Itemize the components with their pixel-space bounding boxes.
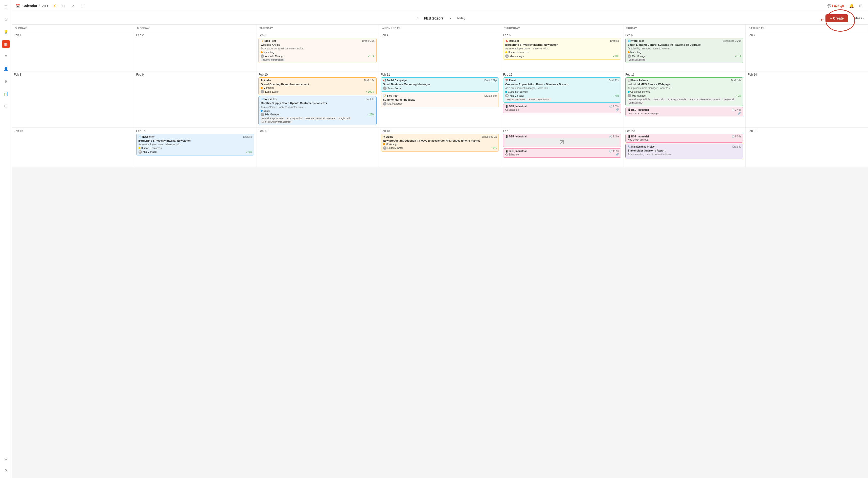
card-small-business[interactable]: 📢 Social Campaign Draft 2:29p Small Busi… [381, 77, 499, 92]
day-feb11: Feb 11 📢 Social Campaign Draft 2:29p Sma… [379, 71, 501, 128]
notifications-btn[interactable]: 🔔 [848, 2, 855, 9]
date-feb13: Feb 13 [625, 73, 744, 76]
card-type-request: 🔖 Request [505, 39, 519, 42]
copy-btn[interactable]: ⊡ [60, 2, 67, 9]
day-feb7: Feb 7 [746, 32, 868, 71]
card-supply-chain[interactable]: 📧 Newsletter Draft 9a Monthly Supply Cha… [258, 96, 377, 125]
ideas-btn[interactable]: Ideas › [850, 16, 868, 20]
sidebar-icon-chart[interactable]: ⟠ [2, 77, 10, 85]
card-title: Smart Lighting Control Systems | 9 Reaso… [628, 43, 741, 46]
card-type-event: 📅 Event [505, 79, 516, 82]
calendar-grid: SUNDAY MONDAY TUESDAY WEDNESDAY THURSDAY… [12, 25, 868, 478]
card-website-article[interactable]: 📝 Blog Post Draft 9:30a Website Article … [258, 38, 377, 63]
day-feb16: Feb 16 📧 Newsletter Draft 8a Borderline … [134, 128, 257, 167]
calendar-icon: 📅 [16, 4, 20, 8]
card-person: A Amanda Manager [261, 54, 285, 58]
card-status: Draft 2:34p [485, 94, 497, 97]
card-badges: Industry: Construction [261, 58, 374, 61]
sidebar-icon-lightbulb[interactable]: 💡 [2, 28, 10, 36]
sidebar-icon-home[interactable]: ⌂ [2, 15, 10, 23]
card-status: Draft 2:29p [485, 79, 497, 82]
calendar-nav: ‹ FEB 2026 ▾ › Today + Create Ideas › ➜ [12, 12, 868, 25]
date-feb17: Feb 17 [258, 129, 377, 133]
date-feb10: Feb 10 [258, 73, 377, 76]
all-filter-btn[interactable]: All ▾ [42, 4, 49, 8]
day-feb18: Feb 18 🎙 Audio Scheduled 9a New product … [379, 128, 501, 167]
card-borderline-biweekly-1[interactable]: 🔖 Request Draft 8a Borderline Bi-Weekly … [503, 38, 621, 60]
card-grand-opening[interactable]: 🎙 Audio Draft 12a Grand Opening Event An… [258, 77, 377, 95]
card-tag: Customer Service [505, 91, 619, 93]
bse-desc: CoSchedule [505, 108, 519, 111]
next-month-btn[interactable]: › [447, 15, 453, 22]
card-customer-appreciation[interactable]: 📅 Event Draft 12p Customer Appreciation … [503, 77, 621, 102]
sidebar-icon-settings[interactable]: ⚙ [2, 455, 10, 463]
day-feb1: Feb 1 [12, 32, 134, 71]
sidebar-icon-menu[interactable]: ☰ [2, 3, 10, 11]
card-footer: M Mia Manager ✓ 0% [628, 94, 741, 97]
day-feb19: Feb 19 📱 BSE_Industrial 🕘 9:49a 🖼 📱 BSE_… [501, 128, 623, 167]
card-summer-marketing[interactable]: 📝 Blog Post Draft 2:34p Summer Marketing… [381, 93, 499, 107]
today-btn[interactable]: Today [457, 16, 465, 20]
card-industrial-mro[interactable]: 📰 Press Release Draft 10a Industrial MRO… [625, 77, 744, 106]
create-btn[interactable]: + Create [826, 14, 848, 22]
topbar-actions: 💬 Have Qu... 🔔 ⊞ [828, 2, 864, 9]
card-status: Draft 9a [366, 98, 374, 101]
card-desc: As a facility manager, I want to know m.… [628, 47, 741, 50]
date-feb20: Feb 20 [625, 129, 744, 133]
card-badges: Region: Northwest Funnel Stage: Bottom [505, 97, 619, 101]
card-footer: M Mia Manager ✓ 0% [505, 94, 619, 97]
day-feb6: Feb 6 🌐 WordPress Scheduled 3:20p Smart … [623, 32, 746, 71]
share-btn[interactable]: ↗ [70, 2, 77, 9]
sidebar-icon-calendar[interactable]: ▦ [2, 40, 10, 48]
card-desc: As an employee-owner, I deserve to kn... [505, 47, 619, 50]
filter-btn[interactable]: ⚡ [51, 2, 58, 9]
app-title: Calendar / [23, 4, 40, 8]
topbar: 📅 Calendar / All ▾ ⚡ ⊡ ↗ ⋯ 💬 Have Qu... … [12, 0, 868, 12]
card-bse-hey-check[interactable]: 📱 BSE_Industrial 🕑 2:44p Hey check out o… [625, 107, 744, 117]
card-borderline-biweekly-2[interactable]: 📧 Newsletter Draft 8a Borderline Bi-Week… [136, 134, 254, 156]
card-footer: E Eddie Editor ✓ 100% [261, 90, 374, 93]
date-feb11: Feb 11 [381, 73, 499, 76]
card-desc: As an employee-owner, I deserve to kn... [138, 143, 252, 146]
card-new-product[interactable]: 🎙 Audio Scheduled 9a New product introdu… [381, 134, 499, 152]
card-bse-feb19-2[interactable]: 📱 BSE_Industrial 🕓 4:39p CoSchedule 🔗 [503, 148, 621, 158]
prev-month-btn[interactable]: ‹ [415, 15, 420, 22]
card-title: Monthly Supply Chain Update Customer New… [261, 101, 374, 105]
card-person: M Mia Manager [505, 94, 524, 97]
card-tag: Marketing [383, 143, 497, 146]
card-type-audio: 🎙 Audio [261, 79, 271, 82]
card-title: Website Article [261, 43, 374, 46]
day-feb20: Feb 20 📱 BSE_Industrial 🕘 9:04a Hey chec… [623, 128, 746, 167]
date-feb8: Feb 8 + [14, 73, 132, 76]
card-status: Draft 8a [610, 39, 619, 42]
grid-view-btn[interactable]: ⊞ [857, 2, 864, 9]
date-feb6: Feb 6 [625, 33, 744, 37]
card-footer: M Mia Manager ✓ 0% [138, 150, 252, 154]
card-bse-feb19-1[interactable]: 📱 BSE_Industrial 🕘 9:49a 🖼 [503, 134, 621, 147]
card-bse-hey-check-this[interactable]: 📱 BSE_Industrial 🕘 9:04a Hey check this … [625, 134, 744, 142]
card-title: Summer Marketing Ideas [383, 98, 497, 101]
week-3: Feb 15 Feb 16 📧 Newsletter Draft 8a Bord… [12, 128, 868, 167]
card-smart-lighting[interactable]: 🌐 WordPress Scheduled 3:20p Smart Lighti… [625, 38, 744, 63]
card-title: New product introduction | 8 ways to acc… [383, 139, 497, 142]
sidebar-icon-list[interactable]: ≡ [2, 53, 10, 60]
card-footer: M Mia Manager ✓ 25% [261, 113, 374, 117]
card-type-maintenance: 🔧 Maintenance Project [628, 145, 655, 148]
sidebar-icon-bar[interactable]: 📊 [2, 90, 10, 97]
card-type-blog2: 📝 Blog Post [383, 94, 398, 97]
card-bse-coschedule-1[interactable]: 📱 BSE_Industrial 🕐 4:33p CoSchedule 🔗 [503, 103, 621, 113]
month-title[interactable]: FEB 2026 ▾ [424, 16, 444, 21]
sidebar-icon-help[interactable]: ? [2, 467, 10, 475]
card-type-audio2: 🎙 Audio [383, 135, 393, 138]
day-headers: SUNDAY MONDAY TUESDAY WEDNESDAY THURSDAY… [12, 25, 868, 32]
card-stakeholder-quarterly[interactable]: 🔧 Maintenance Project Draft 3p Stakehold… [625, 144, 744, 158]
sidebar-icon-person[interactable]: 👤 [2, 65, 10, 73]
date-feb16: Feb 16 [136, 129, 254, 133]
have-question-btn[interactable]: 💬 Have Qu... [828, 4, 846, 8]
more-btn[interactable]: ⋯ [79, 2, 86, 9]
day-feb14: Feb 14 [746, 71, 868, 128]
day-feb9: Feb 9 [134, 71, 257, 128]
card-status: Scheduled 9a [482, 135, 497, 138]
sidebar-icon-grid[interactable]: ⊞ [2, 102, 10, 110]
header-thursday: THURSDAY [501, 25, 623, 32]
